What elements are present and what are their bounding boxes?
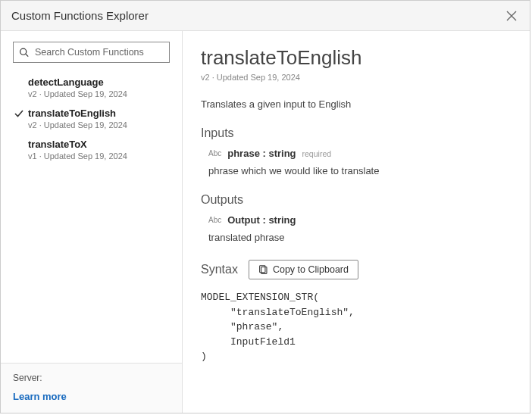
window-title: Custom Functions Explorer — [11, 9, 149, 22]
syntax-code: MODEL_EXTENSION_STR( "translateToEnglish… — [201, 290, 512, 364]
function-meta: v2 · Updated Sep 19, 2024 — [28, 120, 167, 129]
function-meta: v2 · Updated Sep 19, 2024 — [28, 89, 167, 98]
clipboard-icon — [258, 265, 268, 275]
type-badge: Abc — [208, 216, 221, 224]
sidebar-top: detectLanguagev2 · Updated Sep 19, 2024t… — [1, 31, 182, 363]
detail-description: Translates a given input to English — [201, 98, 512, 110]
svg-point-0 — [20, 48, 27, 55]
sidebar-item-function[interactable]: detectLanguagev2 · Updated Sep 19, 2024 — [13, 72, 170, 103]
output-param-row: Abc Output : string — [208, 214, 512, 226]
search-wrap — [13, 42, 170, 63]
window: Custom Functions Explorer detectLanguage… — [0, 0, 530, 413]
type-badge: Abc — [208, 149, 221, 158]
input-param-name: phrase : string — [227, 148, 296, 159]
inputs-heading: Inputs — [201, 126, 512, 140]
copy-button-label: Copy to Clipboard — [273, 264, 349, 275]
output-param-name: Output : string — [227, 214, 296, 226]
close-icon — [506, 11, 517, 21]
function-meta: v1 · Updated Sep 19, 2024 — [28, 151, 167, 161]
sidebar-item-function[interactable]: translateToEnglishv2 · Updated Sep 19, 2… — [13, 103, 170, 134]
sidebar: detectLanguagev2 · Updated Sep 19, 2024t… — [1, 31, 183, 413]
function-name: translateToX — [28, 139, 167, 150]
input-param-row: Abc phrase : string required — [208, 148, 512, 159]
check-icon — [14, 109, 23, 118]
input-param-desc: phrase which we would like to translate — [208, 165, 512, 176]
sidebar-item-function[interactable]: translateToXv1 · Updated Sep 19, 2024 — [13, 134, 170, 165]
required-label: required — [302, 149, 332, 158]
detail-meta: v2 · Updated Sep 19, 2024 — [201, 73, 512, 82]
titlebar: Custom Functions Explorer — [1, 1, 530, 31]
learn-more-link[interactable]: Learn more — [13, 391, 170, 402]
function-list: detectLanguagev2 · Updated Sep 19, 2024t… — [13, 72, 170, 165]
output-param-desc: translated phrase — [208, 232, 512, 243]
detail-title: translateToEnglish — [201, 46, 512, 70]
function-name: detectLanguage — [28, 76, 167, 88]
syntax-heading: Syntax — [201, 263, 238, 276]
body: detectLanguagev2 · Updated Sep 19, 2024t… — [1, 31, 530, 413]
search-icon — [19, 48, 29, 58]
close-button[interactable] — [504, 8, 519, 23]
copy-to-clipboard-button[interactable]: Copy to Clipboard — [249, 260, 358, 279]
server-label: Server: — [13, 373, 170, 383]
outputs-heading: Outputs — [201, 193, 512, 207]
function-name: translateToEnglish — [28, 108, 167, 119]
detail-pane: translateToEnglish v2 · Updated Sep 19, … — [183, 31, 530, 413]
sidebar-footer: Server: Learn more — [1, 363, 182, 413]
syntax-row: Syntax Copy to Clipboard — [201, 260, 512, 279]
search-input[interactable] — [13, 42, 170, 63]
